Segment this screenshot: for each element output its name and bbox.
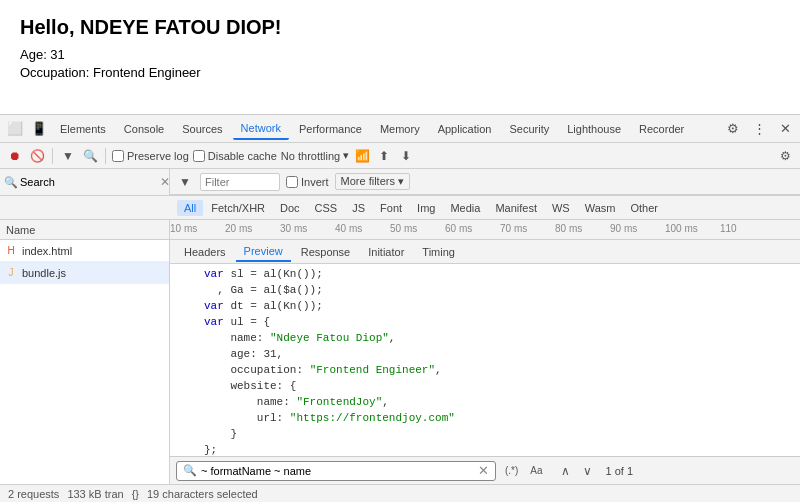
more-options-icon[interactable]: ⋮: [748, 118, 770, 140]
type-font[interactable]: Font: [373, 200, 409, 216]
type-js[interactable]: JS: [345, 200, 372, 216]
code-line-2: , Ga = al($a());: [170, 284, 800, 300]
regex-option[interactable]: (.*): [500, 463, 523, 478]
settings-network-icon[interactable]: ⚙: [776, 147, 794, 165]
preserve-log-checkbox[interactable]: Preserve log: [112, 150, 189, 162]
request-count: 2 requests: [8, 488, 59, 500]
tab-timing[interactable]: Timing: [414, 243, 463, 261]
tab-application[interactable]: Application: [430, 119, 500, 139]
preview-tabs-bar: Headers Preview Response Initiator Timin…: [170, 240, 800, 264]
timeline-name-col: Name: [0, 220, 170, 239]
close-icon[interactable]: ✕: [774, 118, 796, 140]
tab-console[interactable]: Console: [116, 119, 172, 139]
code-line-9: name: "FrontendJoy",: [170, 396, 800, 412]
network-toolbar: ⏺ 🚫 ▼ 🔍 Preserve log Disable cache No th…: [0, 143, 800, 169]
tick-110: 110: [720, 223, 737, 234]
tab-recorder[interactable]: Recorder: [631, 119, 692, 139]
more-filters-button[interactable]: More filters ▾: [335, 173, 410, 190]
search-icon: 🔍: [183, 464, 197, 477]
search-count: 1 of 1: [606, 465, 634, 477]
offline-icon[interactable]: 📶: [353, 147, 371, 165]
search-input-wrap: 🔍 ✕: [176, 461, 496, 481]
file-list: H index.html J bundle.js: [0, 240, 170, 484]
page-occupation: Occupation: Frontend Engineer: [20, 65, 780, 80]
tab-lighthouse[interactable]: Lighthouse: [559, 119, 629, 139]
sidebar-search-area: 🔍 ✕: [0, 169, 170, 195]
code-line-6: age: 31,: [170, 348, 800, 364]
upload-icon[interactable]: ⬆: [375, 147, 393, 165]
page-title: Hello, NDEYE FATOU DIOP!: [20, 16, 780, 39]
filter-bar: ▼ Invert More filters ▾: [170, 169, 800, 195]
clear-button[interactable]: 🚫: [28, 147, 46, 165]
filter-icon[interactable]: ▼: [59, 147, 77, 165]
sidebar-search-clear-icon[interactable]: ✕: [160, 175, 170, 189]
type-css[interactable]: CSS: [308, 200, 345, 216]
file-name-index: index.html: [22, 245, 72, 257]
filter-funnel-icon[interactable]: ▼: [176, 173, 194, 191]
preview-panel: Headers Preview Response Initiator Timin…: [170, 240, 800, 484]
code-line-5: name: "Ndeye Fatou Diop",: [170, 332, 800, 348]
transferred-size: 133 kB tran: [67, 488, 123, 500]
sidebar-search-input[interactable]: [20, 176, 158, 188]
tab-headers[interactable]: Headers: [176, 243, 234, 261]
tick-70ms: 70 ms: [500, 223, 527, 234]
type-doc[interactable]: Doc: [273, 200, 307, 216]
code-line-8: website: {: [170, 380, 800, 396]
devtools-icons: ⚙ ⋮ ✕: [722, 118, 796, 140]
disable-cache-checkbox[interactable]: Disable cache: [193, 150, 277, 162]
code-line-4: var ul = {: [170, 316, 800, 332]
type-ws[interactable]: WS: [545, 200, 577, 216]
code-preview: var sl = al(Kn()); , Ga = al($a()); var …: [170, 264, 800, 456]
devtools-panel: ⬜ 📱 Elements Console Sources Network Per…: [0, 114, 800, 502]
invert-checkbox[interactable]: Invert: [286, 176, 329, 188]
tab-elements[interactable]: Elements: [52, 119, 114, 139]
search-input[interactable]: [201, 465, 478, 477]
tab-response[interactable]: Response: [293, 243, 359, 261]
file-row-bundle-js[interactable]: J bundle.js: [0, 262, 169, 284]
search-network-icon[interactable]: 🔍: [81, 147, 99, 165]
record-button[interactable]: ⏺: [6, 147, 24, 165]
device-toggle-icon[interactable]: 📱: [28, 118, 50, 140]
type-wasm[interactable]: Wasm: [578, 200, 623, 216]
search-prev-button[interactable]: ∧: [556, 461, 576, 481]
search-next-button[interactable]: ∨: [578, 461, 598, 481]
tick-90ms: 90 ms: [610, 223, 637, 234]
tab-network[interactable]: Network: [233, 118, 289, 140]
type-all[interactable]: All: [177, 200, 203, 216]
throttle-select[interactable]: No throttling ▾: [281, 149, 349, 162]
code-line-3: var dt = al(Kn());: [170, 300, 800, 316]
tab-security[interactable]: Security: [501, 119, 557, 139]
code-line-12: };: [170, 444, 800, 456]
type-filter-bar: All Fetch/XHR Doc CSS JS Font Img Media …: [0, 196, 800, 220]
devtools-tabs-bar: ⬜ 📱 Elements Console Sources Network Per…: [0, 115, 800, 143]
tab-sources[interactable]: Sources: [174, 119, 230, 139]
tab-performance[interactable]: Performance: [291, 119, 370, 139]
tick-30ms: 30 ms: [280, 223, 307, 234]
html-file-icon: H: [4, 244, 18, 258]
tick-100ms: 100 ms: [665, 223, 698, 234]
search-clear-icon[interactable]: ✕: [478, 463, 489, 478]
type-manifest[interactable]: Manifest: [488, 200, 544, 216]
tab-memory[interactable]: Memory: [372, 119, 428, 139]
code-line-7: occupation: "Frontend Engineer",: [170, 364, 800, 380]
code-icon: {}: [132, 488, 139, 500]
file-row-index-html[interactable]: H index.html: [0, 240, 169, 262]
element-picker-icon[interactable]: ⬜: [4, 118, 26, 140]
settings-icon[interactable]: ⚙: [722, 118, 744, 140]
type-fetch-xhr[interactable]: Fetch/XHR: [204, 200, 272, 216]
tab-preview[interactable]: Preview: [236, 242, 291, 262]
type-other[interactable]: Other: [623, 200, 665, 216]
code-line-1: var sl = al(Kn());: [170, 268, 800, 284]
file-name-bundle: bundle.js: [22, 267, 66, 279]
timeline-ruler: 10 ms 20 ms 30 ms 40 ms 50 ms 60 ms 70 m…: [170, 220, 800, 239]
tick-50ms: 50 ms: [390, 223, 417, 234]
tick-60ms: 60 ms: [445, 223, 472, 234]
type-img[interactable]: Img: [410, 200, 442, 216]
download-icon[interactable]: ⬇: [397, 147, 415, 165]
type-media[interactable]: Media: [443, 200, 487, 216]
case-sensitive-option[interactable]: Aa: [525, 463, 547, 478]
filter-input[interactable]: [205, 176, 260, 188]
selected-chars: 19 characters selected: [147, 488, 258, 500]
tab-initiator[interactable]: Initiator: [360, 243, 412, 261]
search-options: (.*) Aa: [500, 463, 548, 478]
